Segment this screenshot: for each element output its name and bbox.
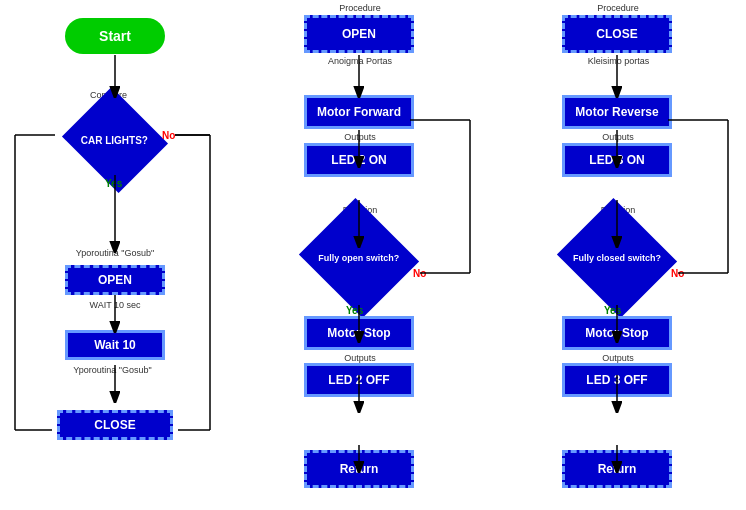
led3off-node: LED 3 OFF xyxy=(562,363,672,397)
yes-label-left: Yes xyxy=(105,178,122,189)
middle-outputs-label-1: Outputs xyxy=(310,132,410,142)
led2on-node: LED 2 ON xyxy=(304,143,414,177)
return-node-right: Return xyxy=(562,450,672,488)
fully-closed-diamond: Fully closed switch? xyxy=(557,198,677,318)
open-node-left: OPEN xyxy=(65,265,165,295)
fully-open-diamond: Fully open switch? xyxy=(299,198,419,318)
led2off-node: LED 2 OFF xyxy=(304,363,414,397)
gosub-label-2: Yporoutina "Gosub" xyxy=(70,365,155,375)
middle-proc-label: Procedure xyxy=(310,3,410,13)
start-node: Start xyxy=(65,18,165,54)
motor-stop-node-middle: Motor Stop xyxy=(304,316,414,350)
return-node-middle: Return xyxy=(304,450,414,488)
led3on-node: LED 3 ON xyxy=(562,143,672,177)
close-node-right: CLOSE xyxy=(562,15,672,53)
motor-forward-node: Motor Forward xyxy=(304,95,414,129)
wait-node: Wait 10 xyxy=(65,330,165,360)
wait-label: WAIT 10 sec xyxy=(80,300,150,310)
flowchart-container: Start Compare CAR LIGHTS? No Yes Yporout… xyxy=(0,0,746,510)
middle-outputs-label-2: Outputs xyxy=(310,353,410,363)
right-outputs-label-2: Outputs xyxy=(568,353,668,363)
middle-no-label: No xyxy=(413,268,426,279)
close-node-left: CLOSE xyxy=(57,410,173,440)
right-no-label: No xyxy=(671,268,684,279)
anoigma-label: Anoigma Portas xyxy=(300,56,420,66)
middle-yes-label: Yes xyxy=(346,305,363,316)
gosub-label-1: Yporoutina "Gosub" xyxy=(75,248,155,258)
left-panel: Start Compare CAR LIGHTS? No Yes Yporout… xyxy=(0,0,230,510)
motor-reverse-node: Motor Reverse xyxy=(562,95,672,129)
open-node-middle: OPEN xyxy=(304,15,414,53)
motor-stop-node-right: Motor Stop xyxy=(562,316,672,350)
right-outputs-label-1: Outputs xyxy=(568,132,668,142)
right-yes-label: Yes xyxy=(604,305,621,316)
right-proc-label: Procedure xyxy=(568,3,668,13)
no-label-left: No xyxy=(162,130,175,141)
kleisimo-label: Kleisimo portas xyxy=(556,56,681,66)
